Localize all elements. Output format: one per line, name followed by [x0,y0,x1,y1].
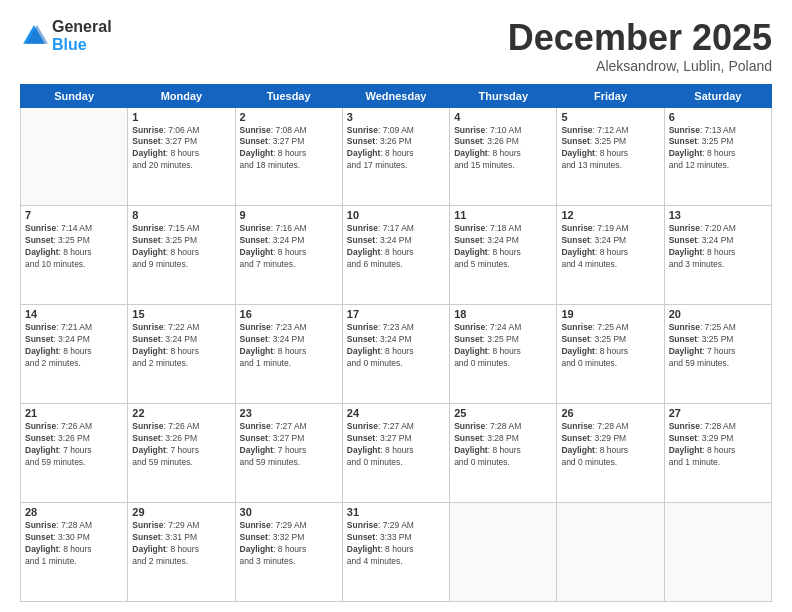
table-row: 20Sunrise: 7:25 AMSunset: 3:25 PMDayligh… [664,305,771,404]
table-row: 21Sunrise: 7:26 AMSunset: 3:26 PMDayligh… [21,404,128,503]
day-number: 15 [132,308,230,320]
cell-info: Sunrise: 7:29 AMSunset: 3:33 PMDaylight:… [347,520,445,568]
cell-info: Sunrise: 7:22 AMSunset: 3:24 PMDaylight:… [132,322,230,370]
title-block: December 2025 Aleksandrow, Lublin, Polan… [508,18,772,74]
table-row: 27Sunrise: 7:28 AMSunset: 3:29 PMDayligh… [664,404,771,503]
header: General Blue December 2025 Aleksandrow, … [20,18,772,74]
day-number: 1 [132,111,230,123]
day-number: 4 [454,111,552,123]
col-monday: Monday [128,84,235,107]
table-row: 16Sunrise: 7:23 AMSunset: 3:24 PMDayligh… [235,305,342,404]
calendar-header-row: Sunday Monday Tuesday Wednesday Thursday… [21,84,772,107]
day-number: 24 [347,407,445,419]
day-number: 5 [561,111,659,123]
cell-info: Sunrise: 7:23 AMSunset: 3:24 PMDaylight:… [240,322,338,370]
table-row: 17Sunrise: 7:23 AMSunset: 3:24 PMDayligh… [342,305,449,404]
table-row: 26Sunrise: 7:28 AMSunset: 3:29 PMDayligh… [557,404,664,503]
table-row: 7Sunrise: 7:14 AMSunset: 3:25 PMDaylight… [21,206,128,305]
table-row: 5Sunrise: 7:12 AMSunset: 3:25 PMDaylight… [557,107,664,206]
day-number: 9 [240,209,338,221]
table-row: 10Sunrise: 7:17 AMSunset: 3:24 PMDayligh… [342,206,449,305]
cell-info: Sunrise: 7:13 AMSunset: 3:25 PMDaylight:… [669,125,767,173]
cell-info: Sunrise: 7:27 AMSunset: 3:27 PMDaylight:… [347,421,445,469]
calendar-week-row: 1Sunrise: 7:06 AMSunset: 3:27 PMDaylight… [21,107,772,206]
table-row [21,107,128,206]
cell-info: Sunrise: 7:14 AMSunset: 3:25 PMDaylight:… [25,223,123,271]
day-number: 3 [347,111,445,123]
calendar-week-row: 14Sunrise: 7:21 AMSunset: 3:24 PMDayligh… [21,305,772,404]
cell-info: Sunrise: 7:27 AMSunset: 3:27 PMDaylight:… [240,421,338,469]
logo-general-text: General [52,18,112,36]
cell-info: Sunrise: 7:26 AMSunset: 3:26 PMDaylight:… [25,421,123,469]
day-number: 26 [561,407,659,419]
calendar-week-row: 21Sunrise: 7:26 AMSunset: 3:26 PMDayligh… [21,404,772,503]
table-row: 1Sunrise: 7:06 AMSunset: 3:27 PMDaylight… [128,107,235,206]
table-row [664,503,771,602]
day-number: 23 [240,407,338,419]
cell-info: Sunrise: 7:17 AMSunset: 3:24 PMDaylight:… [347,223,445,271]
logo-text: General Blue [52,18,112,53]
table-row: 6Sunrise: 7:13 AMSunset: 3:25 PMDaylight… [664,107,771,206]
month-title: December 2025 [508,18,772,58]
day-number: 30 [240,506,338,518]
table-row: 30Sunrise: 7:29 AMSunset: 3:32 PMDayligh… [235,503,342,602]
table-row: 18Sunrise: 7:24 AMSunset: 3:25 PMDayligh… [450,305,557,404]
table-row: 25Sunrise: 7:28 AMSunset: 3:28 PMDayligh… [450,404,557,503]
table-row: 28Sunrise: 7:28 AMSunset: 3:30 PMDayligh… [21,503,128,602]
day-number: 20 [669,308,767,320]
table-row: 23Sunrise: 7:27 AMSunset: 3:27 PMDayligh… [235,404,342,503]
table-row: 15Sunrise: 7:22 AMSunset: 3:24 PMDayligh… [128,305,235,404]
table-row: 31Sunrise: 7:29 AMSunset: 3:33 PMDayligh… [342,503,449,602]
day-number: 14 [25,308,123,320]
table-row: 2Sunrise: 7:08 AMSunset: 3:27 PMDaylight… [235,107,342,206]
location-text: Aleksandrow, Lublin, Poland [508,58,772,74]
cell-info: Sunrise: 7:16 AMSunset: 3:24 PMDaylight:… [240,223,338,271]
cell-info: Sunrise: 7:09 AMSunset: 3:26 PMDaylight:… [347,125,445,173]
table-row: 3Sunrise: 7:09 AMSunset: 3:26 PMDaylight… [342,107,449,206]
calendar-week-row: 28Sunrise: 7:28 AMSunset: 3:30 PMDayligh… [21,503,772,602]
day-number: 2 [240,111,338,123]
col-thursday: Thursday [450,84,557,107]
day-number: 27 [669,407,767,419]
cell-info: Sunrise: 7:21 AMSunset: 3:24 PMDaylight:… [25,322,123,370]
cell-info: Sunrise: 7:23 AMSunset: 3:24 PMDaylight:… [347,322,445,370]
table-row: 9Sunrise: 7:16 AMSunset: 3:24 PMDaylight… [235,206,342,305]
table-row: 13Sunrise: 7:20 AMSunset: 3:24 PMDayligh… [664,206,771,305]
day-number: 13 [669,209,767,221]
table-row: 22Sunrise: 7:26 AMSunset: 3:26 PMDayligh… [128,404,235,503]
day-number: 10 [347,209,445,221]
col-saturday: Saturday [664,84,771,107]
cell-info: Sunrise: 7:28 AMSunset: 3:30 PMDaylight:… [25,520,123,568]
table-row: 12Sunrise: 7:19 AMSunset: 3:24 PMDayligh… [557,206,664,305]
day-number: 16 [240,308,338,320]
day-number: 21 [25,407,123,419]
day-number: 17 [347,308,445,320]
table-row: 4Sunrise: 7:10 AMSunset: 3:26 PMDaylight… [450,107,557,206]
cell-info: Sunrise: 7:28 AMSunset: 3:28 PMDaylight:… [454,421,552,469]
table-row [450,503,557,602]
cell-info: Sunrise: 7:25 AMSunset: 3:25 PMDaylight:… [669,322,767,370]
cell-info: Sunrise: 7:12 AMSunset: 3:25 PMDaylight:… [561,125,659,173]
cell-info: Sunrise: 7:26 AMSunset: 3:26 PMDaylight:… [132,421,230,469]
logo: General Blue [20,18,112,53]
cell-info: Sunrise: 7:15 AMSunset: 3:25 PMDaylight:… [132,223,230,271]
cell-info: Sunrise: 7:18 AMSunset: 3:24 PMDaylight:… [454,223,552,271]
day-number: 6 [669,111,767,123]
day-number: 18 [454,308,552,320]
day-number: 31 [347,506,445,518]
cell-info: Sunrise: 7:19 AMSunset: 3:24 PMDaylight:… [561,223,659,271]
cell-info: Sunrise: 7:29 AMSunset: 3:32 PMDaylight:… [240,520,338,568]
cell-info: Sunrise: 7:28 AMSunset: 3:29 PMDaylight:… [561,421,659,469]
table-row: 11Sunrise: 7:18 AMSunset: 3:24 PMDayligh… [450,206,557,305]
cell-info: Sunrise: 7:25 AMSunset: 3:25 PMDaylight:… [561,322,659,370]
day-number: 8 [132,209,230,221]
logo-icon [20,22,48,50]
day-number: 12 [561,209,659,221]
cell-info: Sunrise: 7:10 AMSunset: 3:26 PMDaylight:… [454,125,552,173]
cell-info: Sunrise: 7:08 AMSunset: 3:27 PMDaylight:… [240,125,338,173]
table-row [557,503,664,602]
col-friday: Friday [557,84,664,107]
day-number: 25 [454,407,552,419]
col-tuesday: Tuesday [235,84,342,107]
col-wednesday: Wednesday [342,84,449,107]
